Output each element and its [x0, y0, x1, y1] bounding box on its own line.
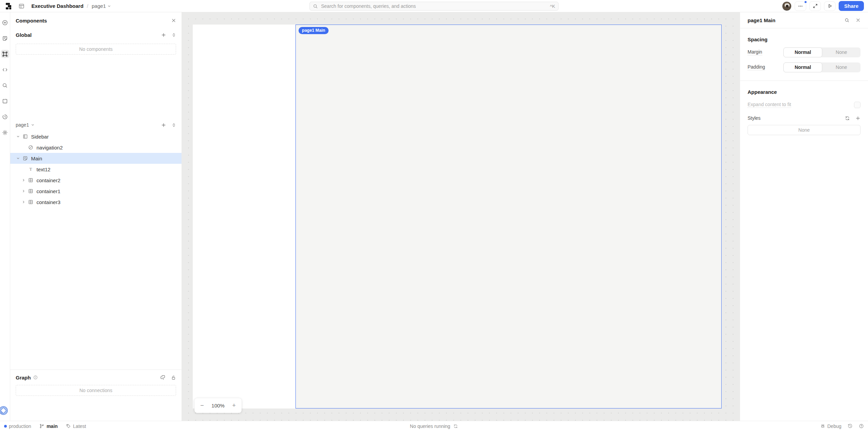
chevron-down-icon[interactable] — [15, 134, 21, 139]
breadcrumb-separator: / — [87, 3, 88, 9]
close-icon[interactable] — [171, 18, 176, 23]
unlock-icon[interactable] — [171, 375, 176, 380]
panel-layout-icon[interactable] — [17, 2, 26, 11]
tree-row-container3[interactable]: container3 — [10, 197, 182, 207]
section-divider — [740, 81, 868, 81]
bug-icon — [820, 423, 825, 429]
padding-option-none[interactable]: None — [822, 62, 860, 72]
grid-icon — [28, 188, 34, 194]
add-component-icon[interactable] — [161, 123, 166, 128]
chevron-down-icon[interactable] — [15, 156, 21, 160]
tree-row-container2[interactable]: container2 — [10, 175, 182, 186]
debug-button[interactable]: Debug — [820, 423, 841, 429]
expand-arrows-icon — [813, 3, 818, 9]
page-selector[interactable]: page1 — [16, 122, 35, 128]
tree-row-label: Main — [31, 156, 42, 161]
share-button[interactable]: Share — [839, 1, 864, 11]
chevron-right-icon[interactable] — [21, 178, 26, 182]
app-sidebar-region[interactable] — [193, 25, 295, 408]
environment-dot-icon — [4, 425, 7, 428]
components-icon[interactable] — [1, 50, 9, 58]
preview-button[interactable] — [824, 1, 836, 11]
inspector-body: Spacing Margin Normal None Padding Norma… — [740, 37, 868, 135]
appearance-heading: Appearance — [748, 89, 860, 95]
settings-icon[interactable] — [1, 128, 9, 137]
search-rail-icon[interactable] — [1, 81, 9, 89]
graph-empty-state: No connections — [16, 385, 176, 396]
info-icon[interactable] — [33, 375, 38, 380]
global-search[interactable]: ^K — [309, 2, 559, 11]
refresh-icon[interactable] — [453, 424, 458, 429]
grid-icon — [28, 177, 34, 183]
git-branch-icon — [39, 423, 44, 429]
svg-text:T: T — [29, 167, 32, 172]
play-icon — [827, 3, 833, 9]
branch-selector[interactable]: main — [39, 423, 58, 429]
workspace: Components Global No components page1 — [0, 12, 868, 421]
zoom-out-button[interactable]: − — [200, 402, 205, 409]
left-icon-rail — [0, 12, 10, 421]
zoom-in-button[interactable]: + — [231, 402, 236, 409]
tree-row-label: navigation2 — [37, 145, 63, 150]
topbar: Executive Dashboard / page1 ^K — [0, 0, 868, 12]
breadcrumb-page[interactable]: page1 — [92, 3, 112, 9]
branch-label: main — [46, 423, 58, 429]
state-icon[interactable] — [1, 97, 9, 105]
tree-row-navigation2[interactable]: navigation2 — [10, 142, 182, 153]
assistant-gem-icon[interactable] — [0, 406, 8, 415]
app-title[interactable]: Executive Dashboard — [31, 3, 84, 9]
styles-empty-state[interactable]: None — [748, 125, 860, 135]
canvas[interactable]: page1 Main − 100% + — [182, 12, 740, 421]
margin-option-normal[interactable]: Normal — [783, 47, 822, 57]
padding-option-normal[interactable]: Normal — [783, 62, 822, 72]
topbar-actions: Share — [782, 1, 864, 11]
margin-segmented-control: Normal None — [783, 47, 860, 57]
close-icon[interactable] — [856, 18, 860, 23]
chevron-down-icon — [31, 123, 35, 127]
help-icon[interactable] — [859, 423, 864, 429]
tree-row-label: container1 — [37, 188, 60, 194]
sort-icon[interactable] — [172, 123, 176, 128]
expand-content-checkbox[interactable] — [854, 102, 860, 108]
reset-styles-icon[interactable] — [845, 116, 850, 121]
expand-content-row: Expand content to fit — [748, 101, 860, 109]
code-icon[interactable] — [1, 66, 9, 74]
components-panel-title: Components — [16, 18, 47, 24]
search-input[interactable] — [320, 3, 550, 9]
release-selector[interactable]: Latest — [66, 423, 86, 429]
environment-selector[interactable]: production — [4, 423, 31, 429]
frame-selection-label[interactable]: page1 Main — [299, 27, 329, 34]
global-empty-label: No components — [79, 46, 113, 52]
add-component-icon[interactable] — [161, 32, 166, 38]
components-panel: Components Global No components page1 — [10, 12, 182, 421]
search-icon[interactable] — [844, 18, 850, 23]
tree-row-container1[interactable]: container1 — [10, 186, 182, 197]
fullscreen-button[interactable] — [809, 1, 821, 11]
tree-row-text12[interactable]: T text12 — [10, 164, 182, 175]
components-panel-top: Components Global No components — [10, 12, 182, 119]
add-style-icon[interactable] — [855, 116, 860, 121]
page-selector-label: page1 — [16, 122, 29, 128]
graph-section: Graph No connections — [10, 370, 182, 421]
query-status-label: No queries running — [410, 423, 450, 429]
pages-icon[interactable] — [1, 34, 9, 42]
connections-icon[interactable] — [160, 375, 165, 380]
margin-option-none[interactable]: None — [822, 47, 860, 57]
tree-row-main[interactable]: Main — [10, 153, 182, 164]
chevron-right-icon[interactable] — [21, 200, 26, 204]
chevron-right-icon[interactable] — [21, 189, 26, 193]
user-avatar[interactable] — [782, 1, 792, 11]
more-options-button[interactable] — [795, 1, 806, 11]
history-icon[interactable] — [1, 113, 9, 121]
sort-icon[interactable] — [172, 32, 176, 38]
chevron-down-icon — [107, 4, 111, 8]
selected-main-frame[interactable]: page1 Main — [295, 25, 722, 408]
query-status: No queries running — [410, 423, 458, 429]
page-name-label: page1 — [92, 3, 106, 9]
search-shortcut: ^K — [550, 4, 555, 9]
history-clock-icon[interactable] — [848, 423, 853, 429]
zoom-level[interactable]: 100% — [212, 403, 225, 408]
add-icon[interactable] — [1, 18, 9, 27]
frame-icon — [22, 155, 28, 161]
tree-row-sidebar[interactable]: Sidebar — [10, 131, 182, 142]
